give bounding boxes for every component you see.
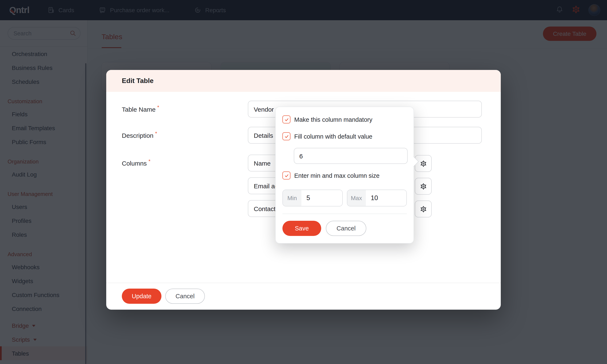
- max-label: Max: [347, 190, 366, 206]
- table-name-label: Table Name*: [122, 104, 159, 113]
- required-asterisk: *: [157, 104, 159, 110]
- popover-cancel-button[interactable]: Cancel: [326, 221, 366, 236]
- mandatory-option-row: Make this column mandatory: [282, 116, 407, 123]
- app-root: Qntrl CardsPurchase order work...Reports…: [0, 0, 607, 364]
- column-settings-button[interactable]: [415, 155, 432, 172]
- modal-cancel-button[interactable]: Cancel: [165, 289, 205, 304]
- default-value-checkbox-checked[interactable]: [282, 132, 290, 140]
- min-label: Min: [283, 190, 301, 206]
- minmax-checkbox-checked[interactable]: [282, 171, 290, 180]
- default-value-option-row: Fill column with default value: [282, 132, 407, 140]
- save-button[interactable]: Save: [282, 221, 321, 236]
- mandatory-option-label: Make this column mandatory: [294, 116, 372, 123]
- check-icon: [284, 173, 289, 178]
- check-icon: [284, 117, 289, 122]
- min-input-group: Min: [282, 190, 343, 207]
- column-settings-popover: Make this column mandatory Fill column w…: [275, 107, 414, 244]
- modal-header: Edit Table: [106, 70, 501, 92]
- min-input[interactable]: [301, 190, 342, 206]
- minmax-option-row: Enter min and max column size: [282, 171, 407, 180]
- required-asterisk: *: [148, 158, 150, 164]
- max-input[interactable]: [366, 190, 406, 206]
- required-asterisk: *: [155, 130, 157, 136]
- update-button[interactable]: Update: [122, 289, 161, 304]
- default-value-option-label: Fill column with default value: [294, 133, 372, 140]
- max-input-group: Max: [347, 190, 407, 207]
- default-value-input[interactable]: [294, 148, 408, 164]
- minmax-inputs-row: Min Max: [282, 190, 407, 207]
- gear-icon: [420, 183, 427, 190]
- column-settings-button[interactable]: [415, 178, 432, 195]
- modal-title: Edit Table: [122, 77, 154, 85]
- popover-buttons: Save Cancel: [282, 221, 407, 236]
- check-icon: [284, 134, 289, 139]
- description-label: Description*: [122, 130, 157, 139]
- popover-divider: [282, 214, 407, 214]
- mandatory-checkbox-checked[interactable]: [282, 116, 290, 123]
- modal-footer-divider: [106, 283, 501, 283]
- gear-icon: [420, 160, 427, 167]
- gear-icon: [420, 205, 427, 213]
- columns-label: Columns*: [122, 158, 150, 167]
- minmax-option-label: Enter min and max column size: [294, 172, 380, 179]
- column-settings-button[interactable]: [415, 201, 432, 217]
